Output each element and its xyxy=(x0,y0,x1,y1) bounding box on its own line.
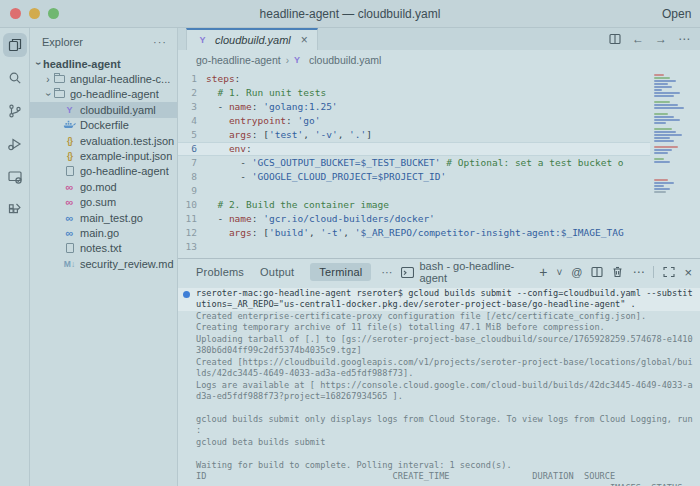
terminal-session-select[interactable]: bash - go-headline-agent xyxy=(401,260,530,284)
terminal-output-line xyxy=(178,448,700,459)
terminal-output-line: gcloud builds submit only displays logs … xyxy=(178,414,700,425)
minimap-line xyxy=(654,119,680,121)
chevron-down-icon[interactable]: › xyxy=(43,89,54,99)
code-token: - xyxy=(206,100,229,114)
code-line[interactable]: 10 # 2. Build the container image xyxy=(178,198,650,212)
code-line[interactable]: 9 xyxy=(178,184,650,198)
editor-more-actions-icon[interactable]: ⋯ xyxy=(678,32,690,46)
terminal-output-line: lds/42dc3445-4649-4033-ad3a-ed5fdf988f73… xyxy=(178,368,700,379)
search-icon[interactable] xyxy=(3,66,27,90)
code-line[interactable]: 7 - 'GCS_OUTPUT_BUCKET=$_TEST_BUCKET' # … xyxy=(178,156,650,170)
line-number: 13 xyxy=(178,240,206,254)
code-line[interactable]: 12 args: ['build', '-t', '$_AR_REPO/comp… xyxy=(178,226,650,240)
minimap-line xyxy=(654,146,678,148)
new-terminal-icon[interactable]: + xyxy=(539,264,547,280)
split-terminal-icon[interactable] xyxy=(591,266,603,278)
chevron-down-icon[interactable]: › xyxy=(33,59,44,69)
panel-tab-problems[interactable]: Problems xyxy=(196,266,244,278)
terminal-output-line: : xyxy=(178,425,700,436)
navigate-forward-icon[interactable]: → xyxy=(655,32,667,46)
go-file-icon: ∞ xyxy=(63,212,76,224)
terminal-dropdown-icon[interactable]: ˅ xyxy=(556,267,562,278)
tree-item-label: evaluation.test.json xyxy=(80,135,174,147)
code-line[interactable]: 5 args: ['test', '-v', '.'] xyxy=(178,128,650,142)
activity-bar xyxy=(0,28,30,486)
tree-item-main-test-go[interactable]: ∞main_test.go xyxy=(30,210,177,225)
code-token: ] xyxy=(366,128,372,142)
tree-item-go-mod[interactable]: ∞go.mod xyxy=(30,179,177,194)
explorer-icon[interactable] xyxy=(3,33,27,57)
launch-profile-icon[interactable]: @ xyxy=(571,266,582,278)
panel-tab-terminal[interactable]: Terminal xyxy=(310,263,371,281)
breadcrumb-file[interactable]: cloudbuild.yaml xyxy=(309,54,381,66)
source-control-icon[interactable] xyxy=(3,99,27,123)
tree-item-evaluation-test-json[interactable]: {}evaluation.test.json xyxy=(30,133,177,148)
tree-item-security-review-md[interactable]: M↓security_review.md xyxy=(30,256,177,271)
go-mod-icon: ∞ xyxy=(63,181,76,193)
remote-explorer-icon[interactable] xyxy=(3,165,27,189)
tab-close-icon[interactable]: × xyxy=(301,33,308,47)
minimap-line xyxy=(654,161,670,163)
tree-item-label: notes.txt xyxy=(80,242,122,254)
panel-right-actions: bash - go-headline-agent + ˅ @ ⋯ xyxy=(401,260,692,284)
code-line[interactable]: 8 - 'GOOGLE_CLOUD_PROJECT=$PROJECT_ID' xyxy=(178,170,650,184)
code-line[interactable]: 6 env: xyxy=(178,142,650,156)
go-file-icon: ∞ xyxy=(63,227,76,239)
panel-tabs-overflow-icon[interactable]: ⋯ xyxy=(381,266,393,279)
tree-item-headline-agent[interactable]: ›headline-agent xyxy=(30,56,177,71)
close-panel-icon[interactable]: × xyxy=(684,265,692,280)
explorer-more-actions-icon[interactable]: ··· xyxy=(153,36,167,48)
line-number: 10 xyxy=(178,198,206,212)
code-editor[interactable]: 1steps:2 # 1. Run unit tests3 - name: 'g… xyxy=(178,70,700,258)
titlebar-right-text[interactable]: Open xyxy=(662,7,700,21)
tree-item-angular-headline-c-[interactable]: ›angular-headline-c... xyxy=(30,71,177,86)
code-line[interactable]: 3 - name: 'golang:1.25' xyxy=(178,100,650,114)
code-line[interactable]: 1steps: xyxy=(178,72,650,86)
command-decoration-dot[interactable] xyxy=(183,291,190,298)
minimap-line xyxy=(654,116,674,118)
code-token: 'GCS_OUTPUT_BUCKET=$_TEST_BUCKET' xyxy=(252,156,441,170)
tree-item-cloudbuild-yaml[interactable]: Ycloudbuild.yaml xyxy=(30,102,177,117)
breadcrumb-folder[interactable]: go-headline-agent xyxy=(196,54,281,66)
tree-item-example-input-json[interactable]: {}example-input.json xyxy=(30,148,177,163)
tree-item-go-sum[interactable]: ∞go.sum xyxy=(30,195,177,210)
minimap-line xyxy=(654,107,684,109)
minimap[interactable] xyxy=(654,74,698,258)
yaml-icon: Y xyxy=(63,105,76,115)
explorer-sidebar: Explorer ··· ›headline-agent›angular-hea… xyxy=(30,28,178,486)
panel-more-actions-icon[interactable]: ⋯ xyxy=(632,265,644,279)
panel-tab-output[interactable]: Output xyxy=(260,266,294,278)
minimap-line xyxy=(654,149,672,151)
minimap-line xyxy=(654,80,676,82)
tree-item-main-go[interactable]: ∞main.go xyxy=(30,225,177,240)
tree-item-dockerfile[interactable]: Dockerfile xyxy=(30,118,177,133)
tree-item-notes-txt[interactable]: notes.txt xyxy=(30,241,177,256)
tree-item-go-headline-agent[interactable]: go-headline-agent xyxy=(30,164,177,179)
line-number: 9 xyxy=(178,184,206,198)
code-line[interactable]: 4 entrypoint: 'go' xyxy=(178,114,650,128)
code-line[interactable]: 2 # 1. Run unit tests xyxy=(178,86,650,100)
maximize-panel-icon[interactable] xyxy=(663,266,675,278)
line-number: 2 xyxy=(178,86,206,100)
tab-cloudbuild-yaml[interactable]: Y cloudbuild.yaml × xyxy=(186,28,318,50)
tree-item-label: Dockerfile xyxy=(80,119,129,131)
terminal-output[interactable]: rseroter-mac:go-headline-agent rseroter$… xyxy=(178,285,700,486)
kill-terminal-icon[interactable] xyxy=(612,266,623,278)
minimap-line xyxy=(654,101,670,103)
code-line[interactable]: 11 - name: 'gcr.io/cloud-builders/docker… xyxy=(178,212,650,226)
tree-item-label: main.go xyxy=(80,227,119,239)
chevron-right-icon[interactable]: › xyxy=(43,74,53,85)
code-token: '-t' xyxy=(320,226,343,240)
minimap-line xyxy=(654,179,668,181)
minimap-line xyxy=(654,113,668,115)
code-line[interactable]: 13 xyxy=(178,240,650,254)
terminal-output-line: gcloud beta builds submit xyxy=(178,437,700,448)
terminal-output-line: Creating temporary archive of 11 file(s)… xyxy=(178,322,700,333)
extensions-icon[interactable] xyxy=(3,198,27,222)
run-debug-icon[interactable] xyxy=(3,132,27,156)
navigate-back-icon[interactable]: ← xyxy=(632,32,644,46)
tree-item-go-headline-agent[interactable]: ›go-headline-agent xyxy=(30,87,177,102)
minimap-line xyxy=(654,92,680,94)
split-editor-icon[interactable] xyxy=(609,33,621,45)
code-token: 'GOOGLE_CLOUD_PROJECT=$PROJECT_ID' xyxy=(252,170,446,184)
